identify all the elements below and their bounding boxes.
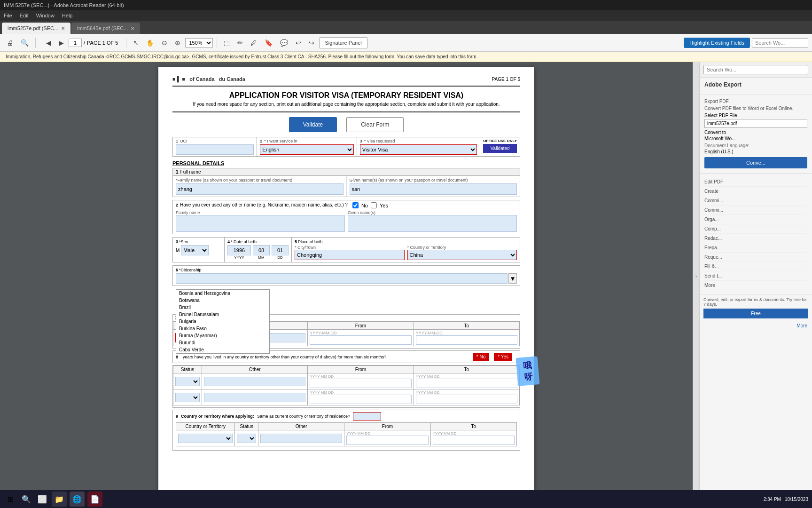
menu-edit[interactable]: Edit xyxy=(20,13,29,18)
visa-select[interactable]: Visitor Visa xyxy=(360,144,477,155)
comment2-item[interactable]: Commi... xyxy=(704,206,807,215)
dropdown-item-4[interactable]: Brunei Darussalam xyxy=(176,311,269,318)
from-input-3[interactable] xyxy=(310,395,411,404)
pdf-filename-input[interactable] xyxy=(704,119,807,128)
highlight-tool-btn[interactable]: 🖊 xyxy=(248,38,260,48)
lived-yes-btn[interactable]: * Yes xyxy=(494,353,512,361)
tab-imm5257[interactable]: imm5257e.pdf (SEC... ✕ xyxy=(2,23,70,34)
edit-btn[interactable]: ✏ xyxy=(234,38,246,48)
adobe-btn[interactable]: 📄 xyxy=(87,492,102,507)
highlight-fields-btn[interactable]: Highlight Existing Fields xyxy=(684,38,750,48)
lived-no-btn[interactable]: * No xyxy=(473,353,489,361)
print-btn[interactable]: 🖨 xyxy=(4,38,16,48)
zoom-in-btn[interactable]: ⊕ xyxy=(172,38,183,48)
service-select[interactable]: English French xyxy=(260,144,354,155)
to-input-9[interactable] xyxy=(433,436,515,445)
send-item[interactable]: Send t... xyxy=(704,271,807,281)
task-view-btn[interactable]: ⬜ xyxy=(36,492,49,506)
to-input-1[interactable] xyxy=(416,335,517,345)
status-col2-status: Status xyxy=(173,366,202,373)
search-btn[interactable]: 🔍 xyxy=(18,38,31,48)
clear-form-btn[interactable]: Clear Form xyxy=(346,117,404,132)
signature-panel-btn[interactable]: Signature Panel xyxy=(319,37,368,48)
sex-select[interactable]: Male Female xyxy=(181,245,209,255)
uci-input[interactable] xyxy=(176,144,254,155)
other-input-9[interactable] xyxy=(260,434,342,443)
dropdown-item-8[interactable]: Burundi xyxy=(176,339,269,346)
prepare-item[interactable]: Prepa... xyxy=(704,243,807,253)
nickname-given-input[interactable] xyxy=(348,215,517,232)
nav-controls: ◀ ▶ / PAGE 1 OF 5 xyxy=(43,38,118,48)
nickname-family-input[interactable] xyxy=(176,215,345,232)
panel-search-input[interactable] xyxy=(703,65,808,74)
menu-file[interactable]: File xyxy=(4,13,12,18)
redo-btn[interactable]: ↪ xyxy=(306,38,317,48)
search-taskbar-btn[interactable]: 🔍 xyxy=(20,492,33,506)
status-select-9[interactable] xyxy=(237,434,256,443)
city-input[interactable] xyxy=(295,250,405,260)
chrome-btn[interactable]: 🌐 xyxy=(70,492,85,507)
fill-item[interactable]: Fill &... xyxy=(704,262,807,271)
family-name-input[interactable] xyxy=(176,183,344,195)
dropdown-item-5[interactable]: Bulgaria xyxy=(176,318,269,325)
panel-collapse-handle[interactable]: › xyxy=(693,62,699,490)
redact-item[interactable]: Redac... xyxy=(704,234,807,243)
undo-btn[interactable]: ↩ xyxy=(293,38,304,48)
compress-item[interactable]: Comp... xyxy=(704,224,807,234)
hand-btn[interactable]: ✋ xyxy=(143,38,157,48)
tab-imm5645[interactable]: imm5645e.pdf (SEC... ✕ xyxy=(71,23,140,34)
next-page-btn[interactable]: ▶ xyxy=(56,38,67,48)
same-residence-input[interactable] xyxy=(353,412,381,421)
prev-page-btn[interactable]: ◀ xyxy=(43,38,54,48)
zoom-out-btn[interactable]: ⊖ xyxy=(159,38,170,48)
comment-btn[interactable]: 💬 xyxy=(277,38,291,48)
convert-btn[interactable]: Conve... xyxy=(704,157,807,168)
dropdown-item-1[interactable]: Bosnia and Herzegovina xyxy=(176,290,269,297)
more-text[interactable]: More xyxy=(700,321,812,330)
to-input-2[interactable] xyxy=(416,379,517,388)
tab-close-icon2[interactable]: ✕ xyxy=(131,26,134,31)
status-select-3[interactable] xyxy=(175,393,200,402)
validate-btn[interactable]: Validate xyxy=(289,117,337,132)
edit-pdf-item[interactable]: Edit PDF xyxy=(704,177,807,187)
select-btn[interactable]: ⬚ xyxy=(221,38,233,48)
dropdown-item-9[interactable]: Cabo Verde xyxy=(176,346,269,353)
request-item[interactable]: Reque... xyxy=(704,253,807,262)
zoom-select[interactable]: 150% 100% 75% xyxy=(185,38,213,48)
menu-window[interactable]: Window xyxy=(36,13,55,18)
dropdown-item-7[interactable]: Burma (Myanmar) xyxy=(176,332,269,339)
dob-dd-input[interactable] xyxy=(272,245,289,255)
dob-mm-input[interactable] xyxy=(253,245,270,255)
comment-item[interactable]: Commi... xyxy=(704,196,807,206)
organize-item[interactable]: Orga... xyxy=(704,215,807,224)
stamp-btn[interactable]: 🔖 xyxy=(262,38,275,48)
other-input-2[interactable] xyxy=(204,377,305,386)
given-name-input[interactable] xyxy=(350,183,517,195)
country-select[interactable]: China xyxy=(407,250,517,260)
menu-help[interactable]: Help xyxy=(62,13,73,18)
dropdown-item-3[interactable]: Brazil xyxy=(176,304,269,311)
citizenship-input[interactable] xyxy=(176,273,508,284)
from-input-9[interactable] xyxy=(346,436,428,445)
other-input-3[interactable] xyxy=(204,393,305,402)
search-acrobat-input[interactable] xyxy=(752,38,808,48)
citizenship-dropdown-btn[interactable]: ▼ xyxy=(508,273,517,284)
page-input[interactable] xyxy=(69,39,82,47)
from-input-1[interactable] xyxy=(310,335,411,345)
explorer-btn[interactable]: 📁 xyxy=(52,492,67,507)
from-input-2[interactable] xyxy=(310,379,411,388)
dropdown-item-6[interactable]: Burkina Faso xyxy=(176,325,269,332)
tab-close-icon[interactable]: ✕ xyxy=(61,26,65,31)
cursor-btn[interactable]: ↖ xyxy=(130,38,141,48)
to-input-3[interactable] xyxy=(416,395,517,404)
dropdown-item-2[interactable]: Botswana xyxy=(176,297,269,304)
country-select-9[interactable] xyxy=(178,434,233,443)
free-btn[interactable]: Free xyxy=(703,309,808,318)
nickname-no-checkbox[interactable] xyxy=(352,202,359,208)
dob-yyyy-input[interactable] xyxy=(227,245,251,255)
status-select-2[interactable] xyxy=(175,377,200,386)
create-item[interactable]: Create xyxy=(704,187,807,196)
nickname-yes-checkbox[interactable] xyxy=(371,202,377,208)
more-item[interactable]: More xyxy=(704,281,807,290)
start-btn[interactable]: ⊞ xyxy=(4,492,17,506)
